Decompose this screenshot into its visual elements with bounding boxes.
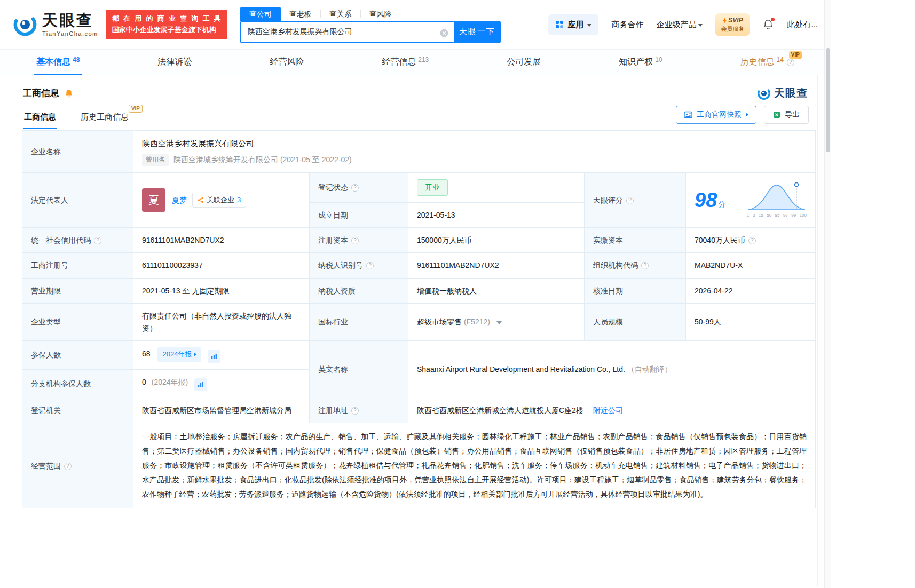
tab-current-registration[interactable]: 工商信息 bbox=[23, 107, 57, 129]
tab-history-registration-label: 历史工商信息 bbox=[81, 112, 129, 121]
tianyancha-logo[interactable]: 天眼查 TianYanCha.com bbox=[13, 12, 98, 37]
score-label: 天眼评分? bbox=[585, 173, 686, 228]
credit-code-label: 统一社会信用代码? bbox=[22, 227, 133, 252]
reg-number-value: 611101100023937 bbox=[133, 253, 310, 278]
enterprise-products-label: 企业级产品 bbox=[656, 20, 696, 30]
staff-size-label: 人员规模 bbox=[585, 304, 686, 341]
promo-line1: 都在用的商业查询工具 bbox=[112, 13, 221, 25]
tab-history-registration[interactable]: 历史工商信息 VIP bbox=[80, 107, 130, 129]
help-icon[interactable]: ? bbox=[351, 184, 359, 192]
brand-domain: TianYanCha.com bbox=[42, 30, 98, 37]
status-badge: 开业 bbox=[417, 179, 448, 195]
help-icon[interactable]: ? bbox=[351, 407, 359, 415]
nearby-companies-link[interactable]: 附近公司 bbox=[593, 406, 623, 415]
reg-address-label: 注册地址? bbox=[310, 398, 408, 423]
taxpayer-quality-label: 纳税人资质 bbox=[310, 278, 408, 303]
company-name-label: 企业名称 bbox=[22, 131, 133, 173]
reg-status-label: 登记状态? bbox=[310, 173, 408, 202]
official-snapshot-label: 工商官网快照 bbox=[697, 110, 742, 120]
search-button[interactable]: 天眼一下 bbox=[454, 21, 501, 43]
watermark-brand: 天眼查 bbox=[774, 86, 808, 100]
business-info-card: 工商信息 天眼查 bbox=[13, 75, 818, 586]
industry-code: (F5212) bbox=[464, 317, 490, 326]
help-icon[interactable]: ? bbox=[366, 262, 374, 269]
search-tab-relation[interactable]: 查关系 bbox=[320, 10, 360, 18]
notifications-bell-button[interactable] bbox=[762, 19, 774, 30]
table-row: 经营范围? 一般项目：土地整治服务；房屋拆迁服务；农产品的生产、销售、加工、运输… bbox=[22, 423, 816, 508]
business-term-label: 营业期限 bbox=[22, 278, 133, 303]
help-icon[interactable]: ? bbox=[94, 237, 101, 244]
top-header: 天眼查 TianYanCha.com 都在用的商业查询工具 国家中小企业发展子基… bbox=[0, 0, 831, 49]
insured-trend-chart-button[interactable] bbox=[208, 350, 220, 363]
export-button[interactable]: 导出 bbox=[764, 106, 809, 124]
help-icon[interactable]: ? bbox=[748, 237, 756, 244]
industry-label: 国标行业 bbox=[310, 304, 408, 341]
taxpayer-id-label: 纳税人识别号? bbox=[310, 253, 408, 278]
english-name-value: Shaanxi Airport Rural Development and Re… bbox=[408, 340, 816, 398]
tab-basic-info[interactable]: 基本信息 48 bbox=[34, 50, 82, 75]
help-icon[interactable]: ? bbox=[64, 463, 72, 470]
promo-banner[interactable]: 都在用的商业查询工具 国家中小企业发展子基金旗下机构 bbox=[106, 10, 227, 39]
subscribe-bell-icon[interactable] bbox=[64, 89, 74, 98]
annual-report-button[interactable]: 2024年报 bbox=[157, 347, 201, 362]
business-term-value: 2021-05-13 至 无固定期限 bbox=[133, 278, 310, 303]
tab-history-info[interactable]: 历史信息 14 VIP ? bbox=[738, 50, 796, 75]
tianyancha-logo-icon bbox=[13, 12, 37, 37]
subsection-tabs: 工商信息 历史工商信息 VIP bbox=[22, 107, 130, 129]
clear-search-icon[interactable] bbox=[440, 29, 448, 37]
company-type-value: 有限责任公司（非自然人投资或控股的法人独资） bbox=[133, 304, 310, 341]
apps-button[interactable]: 应用 bbox=[548, 14, 598, 35]
official-snapshot-button[interactable]: 工商官网快照 bbox=[676, 106, 756, 124]
svip-member-button[interactable]: SVIP 会员服务 bbox=[715, 13, 750, 35]
chevron-down-icon[interactable] bbox=[496, 321, 502, 324]
reg-authority-label: 登记机关 bbox=[22, 398, 133, 423]
taxpayer-quality-value: 增值税一般纳税人 bbox=[408, 278, 585, 303]
legal-rep-name-link[interactable]: 夏梦 bbox=[172, 194, 187, 206]
help-icon[interactable]: ? bbox=[351, 237, 359, 244]
chevron-down-icon bbox=[698, 24, 703, 27]
approved-date-label: 核准日期 bbox=[585, 278, 686, 303]
apps-label: 应用 bbox=[567, 20, 583, 30]
tab-basic-info-count: 48 bbox=[73, 56, 80, 63]
related-companies-badge[interactable]: 关联企业 3 bbox=[192, 193, 246, 208]
help-icon[interactable]: ? bbox=[626, 197, 634, 204]
search-input[interactable] bbox=[248, 28, 436, 36]
help-icon[interactable]: ? bbox=[641, 262, 649, 269]
legal-rep-avatar[interactable]: 夏 bbox=[142, 188, 165, 212]
arrow-right-icon bbox=[194, 352, 196, 356]
scrollbar-thumb[interactable] bbox=[826, 48, 830, 152]
approved-date-value: 2026-04-22 bbox=[686, 278, 816, 303]
help-icon[interactable]: ? bbox=[787, 59, 794, 66]
tab-operating-risk[interactable]: 经营风险 bbox=[267, 50, 306, 75]
tianyancha-watermark: 天眼查 bbox=[757, 86, 808, 100]
export-sheet-icon bbox=[773, 111, 780, 118]
user-menu[interactable]: 此处有... bbox=[787, 20, 818, 30]
former-name-value: 陕西空港城乡统筹开发有限公司 (2021-05 至 2022-02) bbox=[173, 154, 352, 165]
search-tab-risk[interactable]: 查风险 bbox=[360, 10, 400, 18]
section-title: 工商信息 bbox=[23, 87, 59, 99]
brand-name: 天眼查 bbox=[42, 12, 98, 29]
branch-insured-trend-chart-button[interactable] bbox=[194, 378, 207, 391]
tab-intellectual-property[interactable]: 知识产权 10 bbox=[617, 50, 664, 75]
score-distribution-chart: 131550859799100 bbox=[747, 181, 807, 219]
business-cooperation-link[interactable]: 商务合作 bbox=[611, 20, 643, 30]
search-tab-boss[interactable]: 查老板 bbox=[281, 10, 320, 18]
tab-company-development[interactable]: 公司发展 bbox=[504, 50, 543, 75]
page: 天眼查 TianYanCha.com 都在用的商业查询工具 国家中小企业发展子基… bbox=[0, 0, 831, 588]
related-companies-label: 关联企业 bbox=[207, 195, 234, 206]
tab-basic-info-label: 基本信息 bbox=[36, 57, 70, 68]
vip-badge: VIP bbox=[129, 105, 143, 113]
apps-grid-icon bbox=[555, 20, 564, 29]
tab-legal-proceedings[interactable]: 法律诉讼 bbox=[155, 50, 194, 75]
company-type-label: 企业类型 bbox=[22, 304, 133, 341]
taxpayer-id-value: 91611101MAB2ND7UX2 bbox=[408, 253, 585, 278]
score-pin-icon bbox=[795, 183, 799, 187]
paid-capital-label: 实缴资本 bbox=[585, 227, 686, 252]
table-row: 统一社会信用代码? 91611101MAB2ND7UX2 注册资本? 15000… bbox=[22, 227, 816, 252]
insured-count-value: 68 2024年报 bbox=[133, 340, 310, 369]
former-name-badge: 曾用名 bbox=[142, 154, 169, 166]
enterprise-products-link[interactable]: 企业级产品 bbox=[656, 20, 703, 30]
search-tab-company[interactable]: 查公司 bbox=[240, 7, 281, 21]
scrollbar-track[interactable] bbox=[824, 0, 831, 588]
tab-business-info[interactable]: 经营信息 213 bbox=[380, 50, 431, 75]
